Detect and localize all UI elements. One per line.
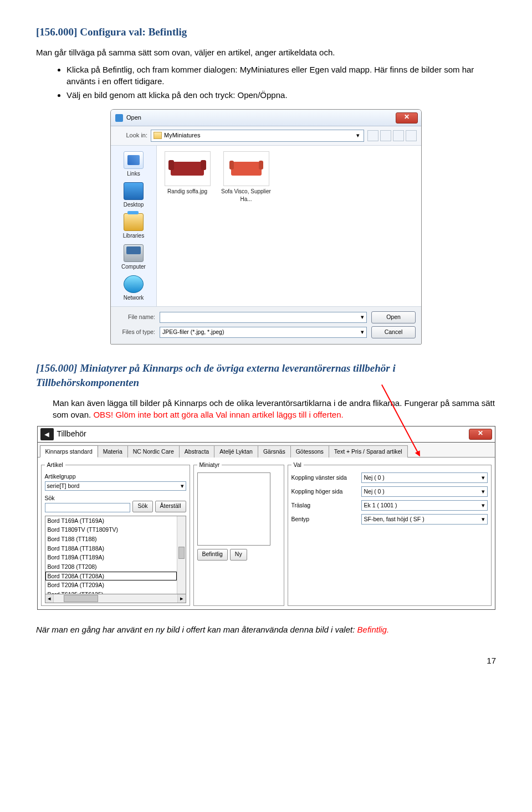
page-number: 17 xyxy=(36,655,496,666)
artikel-fieldset: Artikel Artikelgrupp serie[T] bord▾ Sök … xyxy=(41,461,190,605)
back-button[interactable]: ◄ xyxy=(40,428,54,440)
bullet-1: Klicka på Befintlig, och fram kommer dia… xyxy=(66,64,496,87)
intro-paragraph: Man går tillväga på samma sätt som ovan,… xyxy=(36,47,496,58)
bullet-list-1: Klicka på Befintlig, och fram kommer dia… xyxy=(36,64,496,101)
val-label: Koppling höger sida xyxy=(291,487,358,496)
up-icon[interactable] xyxy=(380,130,391,141)
back-icon[interactable] xyxy=(367,130,378,141)
list-item[interactable]: Bord T209A (TT209A) xyxy=(45,580,177,590)
horizontal-scrollbar[interactable]: ◂ ▸ xyxy=(45,594,186,603)
close-button[interactable]: ✕ xyxy=(469,429,492,440)
list-item[interactable]: Bord T189A (TT189A) xyxy=(45,553,177,562)
chevron-down-icon: ▾ xyxy=(181,482,184,490)
val-fieldset: Val Koppling vänster sidaNej ( 0 )▾ Kopp… xyxy=(288,461,492,605)
list-item[interactable]: Bord T1809TV (TT1809TV) xyxy=(45,525,177,535)
file-name-1: Randig soffa.jpg xyxy=(167,188,207,194)
scroll-right-icon[interactable]: ▸ xyxy=(177,594,186,603)
val-combo-koppling-vanster[interactable]: Nej ( 0 )▾ xyxy=(361,472,488,483)
tab-kinnarps[interactable]: Kinnarps standard xyxy=(40,445,98,458)
artikel-list[interactable]: Bord T169A (TT169A) Bord T1809TV (TT1809… xyxy=(45,516,186,594)
close-button[interactable]: ✕ xyxy=(396,112,418,124)
filename-input[interactable]: ▾ xyxy=(160,312,367,323)
sok-label: Sök xyxy=(45,494,131,502)
heading-configura-befintlig: [156.000] Configura val: Befintlig xyxy=(36,25,496,40)
chevron-down-icon: ▾ xyxy=(361,328,364,336)
tab-textpris[interactable]: Text + Pris / Sparad artikel xyxy=(329,445,408,458)
file-area[interactable]: Randig soffa.jpg Sofa Visco, Supplier Ha… xyxy=(157,146,421,306)
miniatyr-preview xyxy=(197,472,270,546)
list-item[interactable]: Bord T188 (TT188) xyxy=(45,535,177,544)
list-item[interactable]: Bord T208 (TT208) xyxy=(45,562,177,572)
chevron-down-icon: ▾ xyxy=(482,487,485,496)
befintlig-highlight: Befintlig. xyxy=(357,625,390,634)
file-name-2: Sofa Visco, Supplier Ha... xyxy=(221,188,271,202)
miniatyr-legend: Miniatyr xyxy=(197,461,222,469)
lookin-label: Look in: xyxy=(115,131,147,140)
open-dialog: Open ✕ Look in: MyMiniatures ▾ Links Des… xyxy=(110,109,422,345)
val-legend: Val xyxy=(291,461,304,469)
libraries-icon xyxy=(124,213,144,231)
list-item[interactable]: Bord T6125 (TT6125) xyxy=(45,590,177,594)
file-item-1[interactable]: Randig soffa.jpg xyxy=(162,151,212,203)
warning-text: OBS! Glöm inte bort att göra alla Val in… xyxy=(93,410,343,419)
places-sidebar: Links Desktop Libraries Computer Network xyxy=(111,146,157,306)
desktop-icon xyxy=(124,182,144,200)
paragraph-2: Man kan även lägga till bilder på Kinnar… xyxy=(36,397,496,420)
links-icon xyxy=(124,151,144,169)
artikel-legend: Artikel xyxy=(45,461,65,469)
befintlig-button[interactable]: Befintlig xyxy=(197,549,228,561)
tab-gotessons[interactable]: Götessons xyxy=(290,445,329,458)
list-item[interactable]: Bord T169A (TT169A) xyxy=(45,516,177,526)
network-icon xyxy=(124,275,144,293)
tab-abstracta[interactable]: Abstracta xyxy=(179,445,214,458)
list-item[interactable]: Bord T188A (TT188A) xyxy=(45,544,177,553)
chevron-down-icon: ▾ xyxy=(355,131,361,140)
aterstall-button[interactable]: Återställ xyxy=(155,501,186,512)
open-dialog-title: Open xyxy=(126,114,392,122)
computer-icon xyxy=(124,244,144,262)
val-combo-traslag[interactable]: Ek 1 ( 1001 )▾ xyxy=(361,500,488,511)
views-icon[interactable] xyxy=(406,130,417,141)
chevron-down-icon: ▾ xyxy=(482,501,485,510)
vertical-scrollbar[interactable] xyxy=(177,516,186,594)
bullet-2: Välj en bild genom att klicka på den och… xyxy=(66,89,496,101)
open-toolbar: Look in: MyMiniatures ▾ xyxy=(111,126,421,146)
lookin-combo[interactable]: MyMiniatures ▾ xyxy=(151,130,364,142)
val-label: Koppling vänster sida xyxy=(291,474,358,482)
artikelgrupp-combo[interactable]: serie[T] bord▾ xyxy=(45,481,186,491)
tabs-bar: Kinnarps standard Materia NC Nordic Care… xyxy=(38,443,495,458)
cancel-button[interactable]: Cancel xyxy=(371,326,416,338)
newfolder-icon[interactable] xyxy=(393,130,404,141)
miniatyr-fieldset: Miniatyr Befintlig Ny xyxy=(193,461,284,605)
file-thumb-2 xyxy=(223,151,269,186)
open-dialog-titlebar: Open ✕ xyxy=(111,110,421,126)
chevron-down-icon: ▾ xyxy=(482,515,485,523)
scroll-left-icon[interactable]: ◂ xyxy=(45,594,54,603)
chevron-down-icon: ▾ xyxy=(361,313,364,321)
file-item-2[interactable]: Sofa Visco, Supplier Ha... xyxy=(221,151,271,203)
filetype-combo[interactable]: JPEG-filer (*.jpg, *.jpeg)▾ xyxy=(160,327,367,338)
filetype-label: Files of type: xyxy=(116,328,155,336)
sidebar-computer[interactable]: Computer xyxy=(111,242,156,272)
tillbehor-dialog: ◄ Tillbehör ✕ Kinnarps standard Materia … xyxy=(37,426,495,610)
tab-atelje[interactable]: Ateljé Lyktan xyxy=(214,445,258,458)
tab-garsnas[interactable]: Gärsnäs xyxy=(258,445,291,458)
tab-materia[interactable]: Materia xyxy=(98,445,128,458)
sok-button[interactable]: Sök xyxy=(132,501,152,512)
sidebar-desktop[interactable]: Desktop xyxy=(111,180,156,210)
sok-input[interactable] xyxy=(45,503,131,512)
chevron-down-icon: ▾ xyxy=(482,474,485,482)
val-combo-bentyp[interactable]: SF-ben, fast höjd ( SF )▾ xyxy=(361,514,488,525)
open-bottom: File name: ▾ Open Files of type: JPEG-fi… xyxy=(111,307,421,344)
list-item-selected[interactable]: Bord T208A (TT208A) xyxy=(45,572,177,581)
dialog-icon xyxy=(115,114,123,122)
sidebar-libraries[interactable]: Libraries xyxy=(111,211,156,241)
sidebar-links[interactable]: Links xyxy=(111,149,156,179)
ny-button[interactable]: Ny xyxy=(230,549,247,561)
tab-nc[interactable]: NC Nordic Care xyxy=(127,445,180,458)
open-button[interactable]: Open xyxy=(371,311,416,323)
artikelgrupp-label: Artikelgrupp xyxy=(45,472,186,481)
val-combo-koppling-hoger[interactable]: Nej ( 0 )▾ xyxy=(361,486,488,497)
sidebar-network[interactable]: Network xyxy=(111,273,156,303)
footer-paragraph: När man en gång har använt en ny bild i … xyxy=(36,624,496,635)
